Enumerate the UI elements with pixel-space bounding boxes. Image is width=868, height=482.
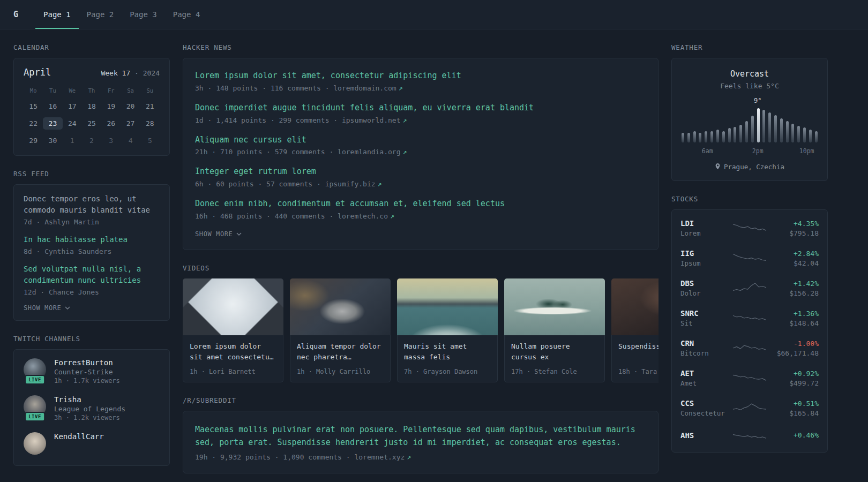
external-link-icon[interactable]: ↗	[399, 84, 403, 92]
external-link-icon[interactable]: ↗	[407, 453, 411, 461]
stock-row[interactable]: SNRC Sit +1.36% $148.64	[680, 303, 819, 333]
subreddit-card: Maecenas mollis pulvinar erat non posuer…	[183, 411, 659, 473]
news-item-title[interactable]: Lorem ipsum dolor sit amet, consectetur …	[195, 71, 461, 80]
stock-row[interactable]: DBS Dolor +1.42% $156.28	[680, 273, 819, 303]
calendar-day: 21	[140, 100, 160, 112]
news-item-meta: 3h · 148 points · 116 comments · loremdo…	[195, 84, 646, 92]
news-item-stats: 6h · 60 points · 57 comments · ipsumify.…	[195, 180, 376, 188]
middle-column: HACKER NEWS Lorem ipsum dolor sit amet, …	[183, 43, 659, 482]
video-card[interactable]: Suspendisse diam 18h · Tara	[611, 278, 659, 382]
tab-page-3[interactable]: Page 3	[122, 0, 165, 29]
stock-row[interactable]: AET Amet +0.92% $499.72	[680, 363, 819, 393]
calendar-month: April	[24, 67, 51, 78]
rss-section-title: RSS FEED	[13, 170, 170, 178]
news-item: Lorem ipsum dolor sit amet, consectetur …	[195, 70, 646, 92]
video-title: Suspendisse diam	[618, 341, 659, 352]
stock-row[interactable]: LDI Lorem +4.35% $795.18	[680, 213, 819, 243]
dashboard: CALENDAR April Week 17 · 2024 Mo Tu We T…	[0, 29, 868, 482]
calendar-day-next-month: 1	[63, 134, 82, 147]
weather-bar	[716, 130, 719, 142]
stock-symbol: CCS	[680, 399, 732, 408]
separator-dot: ·	[134, 69, 139, 77]
calendar-day-header: We	[63, 86, 82, 95]
twitch-channel[interactable]: KendallCarr	[24, 432, 160, 455]
external-link-icon[interactable]: ↗	[403, 148, 407, 156]
twitch-card: LIVE ForrestBurton Counter-Strike 1h · 1…	[13, 349, 170, 466]
stock-row[interactable]: CRN Bitcorn -1.00% $66,171.48	[680, 333, 819, 363]
stock-change: +4.35%	[767, 220, 819, 228]
tab-page-1[interactable]: Page 1	[35, 0, 79, 29]
avatar	[24, 432, 46, 455]
video-card-body: Mauris sit amet massa felis 7h · Grayson…	[397, 335, 498, 382]
rss-item-title[interactable]: Donec tempor eros leo, ut commodo mauris…	[24, 193, 160, 216]
stock-sparkline-chart	[732, 401, 767, 415]
twitch-avatar-wrap: LIVE	[24, 358, 46, 381]
stock-values: +0.51% $165.84	[767, 400, 819, 417]
news-item-title[interactable]: Donec imperdiet augue tincidunt felis al…	[195, 103, 534, 112]
external-link-icon[interactable]: ↗	[403, 116, 407, 124]
video-meta: 1h · Lori Barnett	[190, 363, 276, 375]
stock-sparkline-chart	[732, 251, 767, 265]
weather-time-label: 10pm	[799, 147, 814, 155]
twitch-channel[interactable]: LIVE Trisha League of Legends 3h · 1.2k …	[24, 395, 160, 421]
video-meta: 18h · Tara	[618, 363, 659, 375]
stock-change: +0.92%	[767, 370, 819, 378]
stock-row[interactable]: CCS Consectetur +0.51% $165.84	[680, 393, 819, 423]
calendar-day-header: Tu	[43, 86, 62, 95]
show-more-label: SHOW MORE	[195, 230, 233, 238]
stock-change: +0.46%	[767, 431, 819, 439]
rss-item-meta: 8d · Cynthia Saunders	[24, 247, 160, 255]
twitch-channel-name: Trisha	[54, 395, 125, 404]
stock-symbol: CRN	[680, 339, 732, 348]
hackernews-show-more-button[interactable]: SHOW MORE	[195, 230, 242, 238]
calendar-day-next-month: 2	[82, 134, 101, 147]
stock-symbol: AET	[680, 369, 732, 378]
twitch-channel-game: Counter-Strike	[54, 368, 120, 376]
news-item-title[interactable]: Aliquam nec cursus elit	[195, 135, 306, 145]
external-link-icon[interactable]: ↗	[378, 180, 382, 188]
twitch-widget: TWITCH CHANNELS LIVE ForrestBurton Count…	[13, 335, 170, 466]
video-card[interactable]: Lorem ipsum dolor sit amet consectetu… 1…	[183, 278, 283, 382]
weather-bar	[722, 131, 725, 142]
subreddit-post-meta: 19h · 9,932 points · 1,090 comments · lo…	[195, 453, 646, 461]
subreddit-post-title[interactable]: Maecenas mollis pulvinar erat non posuer…	[195, 423, 646, 449]
show-more-label: SHOW MORE	[24, 304, 61, 312]
video-card-body: Suspendisse diam 18h · Tara	[611, 335, 659, 382]
video-meta: 7h · Grayson Dawson	[404, 363, 491, 375]
rss-item-meta: 12d · Chance Jones	[24, 288, 160, 296]
tab-page-2[interactable]: Page 2	[79, 0, 122, 29]
news-item-meta: 16h · 468 points · 440 comments · loremt…	[195, 212, 646, 220]
rss-show-more-button[interactable]: SHOW MORE	[24, 304, 70, 312]
news-item-meta: 1d · 1,414 points · 299 comments · ipsum…	[195, 116, 646, 124]
weather-bar	[768, 112, 771, 142]
news-item-meta: 21h · 710 points · 579 comments · loreml…	[195, 148, 646, 156]
video-card[interactable]: Mauris sit amet massa felis 7h · Grayson…	[397, 278, 498, 382]
calendar-day: 18	[82, 100, 101, 112]
rss-item-title[interactable]: Sed volutpat nulla nisl, a condimentum n…	[24, 263, 160, 286]
stock-name: Dolor	[680, 289, 732, 297]
video-card[interactable]: Nullam posuere cursus ex 17h · Stefan Co…	[504, 278, 605, 382]
news-item: Aliquam nec cursus elit 21h · 710 points…	[195, 134, 646, 156]
stock-change: +0.51%	[767, 400, 819, 408]
calendar-day: 16	[43, 100, 62, 112]
twitch-channel-name: ForrestBurton	[54, 358, 120, 367]
weather-time-label: 2pm	[752, 147, 764, 155]
video-meta: 17h · Stefan Cole	[511, 363, 598, 375]
tab-page-4[interactable]: Page 4	[165, 0, 208, 29]
weather-bar	[762, 110, 765, 142]
twitch-channel[interactable]: LIVE ForrestBurton Counter-Strike 1h · 1…	[24, 358, 160, 385]
rss-item: Donec tempor eros leo, ut commodo mauris…	[24, 193, 160, 226]
stock-row[interactable]: IIG Ipsum +2.84% $42.04	[680, 243, 819, 273]
stock-row[interactable]: AHS +0.46%	[680, 423, 819, 449]
video-title: Mauris sit amet massa felis	[404, 341, 491, 363]
news-item-title[interactable]: Integer eget rutrum lorem	[195, 167, 316, 176]
rss-item-title[interactable]: In hac habitasse platea	[24, 234, 160, 245]
news-item-title[interactable]: Donec enim nibh, condimentum et accumsan…	[195, 199, 505, 208]
subreddit-post: Maecenas mollis pulvinar erat non posuer…	[195, 423, 646, 461]
right-column: WEATHER Overcast Feels like 5°C 9° 6am 2…	[671, 43, 828, 466]
external-link-icon[interactable]: ↗	[390, 212, 394, 220]
news-item-meta: 6h · 60 points · 57 comments · ipsumify.…	[195, 180, 646, 188]
calendar-header: April Week 17 · 2024	[24, 67, 160, 78]
app-logo[interactable]: G	[13, 10, 18, 19]
video-card[interactable]: Aliquam tempor dolor nec pharetra… 1h · …	[290, 278, 391, 382]
